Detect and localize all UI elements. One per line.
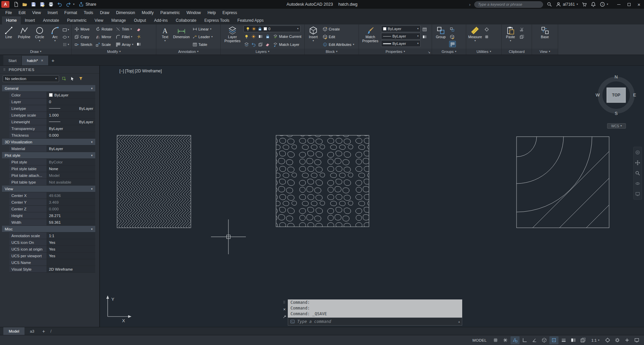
property-value[interactable]: 3.469 [47, 199, 95, 205]
property-row[interactable]: Linetype ByLayer [9, 105, 95, 112]
drawing-canvas[interactable]: Y X N W E S TOP [100, 66, 644, 327]
property-row[interactable]: Height 28.271 [9, 212, 95, 219]
ribbon-tab[interactable]: View [91, 16, 107, 24]
trim-button[interactable]: Trim▾ [114, 25, 135, 33]
menu-item[interactable]: Help [204, 9, 219, 16]
menu-item[interactable]: Window [183, 9, 204, 16]
isometric-drafting-toggle[interactable] [540, 336, 549, 344]
minimize-button[interactable] [614, 0, 624, 9]
property-row[interactable]: UCS per viewport Yes [9, 253, 95, 259]
fade-button[interactable] [136, 41, 142, 47]
hatch-object-herringbone[interactable] [117, 135, 191, 228]
dimension-button[interactable]: Dimension [172, 25, 191, 43]
transparency-tool-icon[interactable] [422, 33, 428, 40]
viewport-control[interactable]: [Top] [125, 69, 134, 73]
property-row[interactable]: UCS icon On Yes [9, 239, 95, 246]
zoom-icon[interactable] [635, 170, 640, 176]
copy-button[interactable]: Copy [73, 33, 94, 41]
new-drawing-tab-button[interactable]: + [49, 56, 57, 65]
snap-mode-toggle[interactable] [501, 336, 510, 344]
file-tab[interactable]: Start [3, 56, 22, 65]
undo-icon[interactable] [55, 1, 64, 8]
layer-walk-tool-icon[interactable] [244, 42, 250, 48]
circle-button[interactable]: Circle ▾ [32, 25, 47, 43]
new-file-icon[interactable] [12, 1, 20, 8]
dialog-launcher-icon[interactable]: ↘ [428, 51, 430, 54]
make-current-button[interactable]: Make Current [272, 33, 303, 40]
layer-off-tool-icon[interactable] [244, 33, 250, 40]
hatch-object-curves[interactable] [517, 137, 609, 228]
grip-icon[interactable] [282, 300, 286, 304]
menu-item[interactable]: View [29, 9, 44, 16]
property-row[interactable]: Center X 49.636 [9, 192, 95, 199]
command-input[interactable] [297, 319, 456, 324]
help-button[interactable]: ▾ [600, 2, 608, 7]
layout-tab[interactable]: a3 [24, 327, 40, 335]
menu-item[interactable]: Tools [80, 9, 97, 16]
file-tab[interactable]: hatch* × [22, 56, 49, 65]
explode-button[interactable] [136, 33, 142, 40]
polyline-button[interactable]: Polyline [17, 25, 32, 40]
palette-section-header[interactable]: 3D Visualization ▾ [2, 139, 95, 145]
workspace-switching-button[interactable] [613, 336, 622, 344]
save-icon[interactable] [29, 1, 38, 8]
ungroup-tool-icon[interactable] [449, 26, 456, 32]
property-row[interactable]: Color ByLayer [9, 92, 95, 98]
palette-title-bar[interactable]: PROPERTIES [0, 66, 99, 74]
property-value[interactable]: 2D Wireframe [47, 266, 95, 272]
scale-button[interactable]: Scale [94, 41, 114, 48]
linetype-combo[interactable]: ByLayer▾ [381, 33, 421, 40]
orbit-icon[interactable] [635, 181, 640, 186]
create-block-button[interactable]: Create [321, 25, 356, 33]
ribbon-tab[interactable]: Home [2, 16, 21, 24]
layer-properties-button[interactable]: Layer Properties [222, 25, 243, 44]
linear-dimension-button[interactable]: Linear▾ [191, 25, 214, 33]
property-row[interactable]: Annotation scale 1:1 [9, 232, 95, 239]
viewport-control[interactable]: [2D Wireframe] [135, 69, 162, 73]
selection-cycling-toggle[interactable] [579, 336, 588, 344]
property-value[interactable]: None [47, 165, 95, 172]
palette-section-header[interactable]: Misc ▾ [2, 226, 95, 232]
wcs-selector[interactable]: WCS ▾ [607, 123, 626, 129]
menu-item[interactable]: Insert [44, 9, 61, 16]
ribbon-tab[interactable]: Featured Apps [233, 16, 268, 24]
edit-block-button[interactable]: Edit [321, 33, 356, 41]
property-value[interactable]: Yes [47, 253, 95, 259]
close-icon[interactable]: × [283, 307, 286, 312]
ribbon-tab[interactable]: Manage [107, 16, 130, 24]
property-row[interactable]: UCS icon at origin Yes [9, 246, 95, 253]
match-properties-button[interactable]: Match Properties [360, 25, 380, 44]
move-button[interactable]: Move [73, 25, 94, 33]
annotation-monitor-toggle[interactable] [603, 336, 612, 344]
layer-isolate-tool-icon[interactable] [251, 33, 257, 40]
annotation-scale-button[interactable]: 1:1 ▾ [588, 338, 602, 342]
chevron-right-icon[interactable]: › [469, 2, 471, 7]
user-account-button[interactable]: al7161 ▾ [556, 2, 578, 7]
toggle-pickadd-icon[interactable] [61, 75, 67, 82]
stretch-button[interactable]: Stretch [73, 41, 94, 48]
property-value[interactable]: ByLayer [47, 119, 95, 125]
property-row[interactable]: Material ByLayer [9, 145, 95, 152]
property-value[interactable]: 0.000 [47, 132, 95, 138]
property-value[interactable]: ByLayer [47, 105, 95, 112]
menu-item[interactable]: Express [219, 9, 240, 16]
ortho-mode-toggle[interactable] [520, 336, 529, 344]
property-row[interactable]: Center Y 3.469 [9, 199, 95, 206]
open-file-icon[interactable] [20, 1, 29, 8]
arc-button[interactable]: Arc ▾ [48, 25, 62, 43]
property-value[interactable]: ByLayer [47, 92, 95, 98]
ribbon-tab[interactable]: Insert [21, 16, 39, 24]
panel-label-utilities[interactable]: Utilities▾ [466, 49, 501, 55]
erase-button[interactable] [136, 26, 142, 32]
layout-tab[interactable]: Model [3, 327, 24, 335]
property-row[interactable]: Center Z 0.000 [9, 206, 95, 212]
property-row[interactable]: Plot table type Not available [9, 179, 95, 186]
edit-attributes-button[interactable]: Edit Attributes▾ [321, 41, 356, 48]
layer-lock-tool-icon[interactable] [265, 33, 271, 40]
share-button[interactable]: Share [75, 2, 100, 7]
panel-label-groups[interactable]: Groups▾ [432, 49, 466, 55]
property-value[interactable]: 1:1 [47, 232, 95, 239]
layer-prev-tool-icon[interactable] [251, 42, 257, 48]
panel-label-view[interactable]: View▾ [532, 49, 558, 55]
menu-item[interactable]: Draw [97, 9, 113, 16]
